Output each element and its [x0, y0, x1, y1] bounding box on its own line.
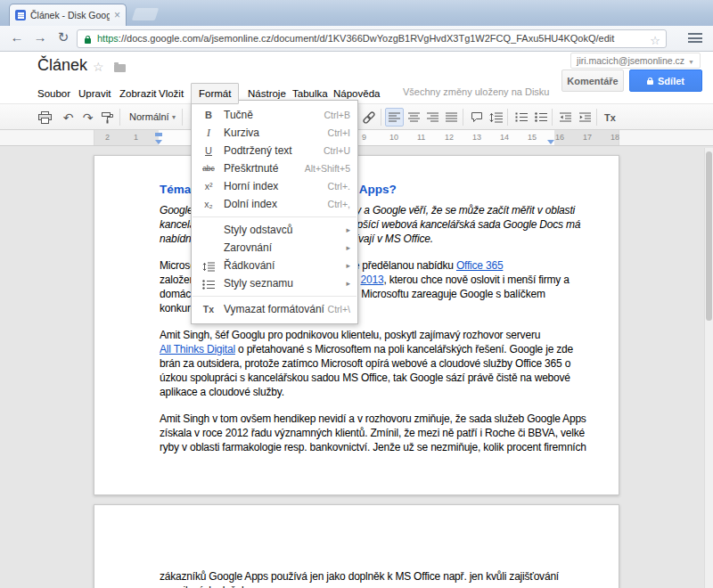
menu-item-label: Řádkování	[224, 259, 275, 272]
outdent-button[interactable]	[556, 108, 575, 127]
menu-item-format[interactable]: Formát	[191, 83, 239, 104]
menu-item-paragraph-styles[interactable]: Styly odstavců ▸	[192, 221, 357, 239]
menu-item-zobrazit[interactable]: Zobrazit	[119, 86, 157, 101]
menu-item-subscript[interactable]: x₂ Dolní index Ctrl+,	[192, 195, 357, 213]
menu-item-label: Zarovnání	[224, 241, 272, 254]
shortcut: Alt+Shift+5	[305, 159, 350, 177]
ruler-number: 14	[500, 133, 509, 142]
menu-item-napoveda[interactable]: Nápověda	[333, 86, 380, 101]
undo-button[interactable]: ↶	[59, 108, 78, 127]
paint-format-button[interactable]	[98, 108, 117, 127]
menu-item-align[interactable]: Zarovnání ▸	[192, 239, 357, 257]
indent-button[interactable]	[576, 108, 594, 127]
menu-item-superscript[interactable]: x² Horní index Ctrl+.	[192, 177, 357, 195]
browser-tab[interactable]: Článek - Disk Google ×	[9, 4, 127, 26]
styles-dropdown[interactable]: Normální ▾	[127, 109, 178, 126]
link-2013[interactable]: 2013	[361, 274, 384, 286]
menu-item-underline[interactable]: U Podtržený text Ctrl+U	[192, 142, 357, 159]
right-margin-marker[interactable]	[547, 140, 554, 144]
menu-item-upravit[interactable]: Upravit	[78, 86, 111, 101]
menu-item-label: Styly odstavců	[224, 224, 292, 236]
align-center-button[interactable]	[405, 108, 423, 127]
menu-item-nastroje[interactable]: Nástroje	[248, 86, 286, 101]
link-icon	[362, 111, 376, 124]
link-all-thinks-digital[interactable]: All Thinks Digital	[160, 343, 235, 355]
menu-item-label: Dolní index	[224, 198, 277, 210]
menu-item-clear-formatting[interactable]: Tx Vymazat formátování Ctrl+\	[192, 300, 357, 318]
clear-formatting-button[interactable]: Tx	[601, 108, 619, 127]
tab-close-icon[interactable]: ×	[114, 10, 120, 20]
folder-icon[interactable]	[114, 64, 126, 72]
text-line: úzkou spolupráci s kancelářskou sadou MS…	[160, 371, 554, 385]
shortcut: Ctrl+I	[328, 124, 350, 142]
shortcut: Ctrl+B	[324, 106, 350, 124]
align-right-button[interactable]	[423, 108, 442, 127]
numbered-list-button[interactable]	[512, 108, 530, 127]
redo-button[interactable]: ↷	[78, 108, 97, 127]
paragraph-4: Amit Singh v tom ovšem hendikep nevidí a…	[160, 412, 554, 454]
ruler-number: 2	[105, 133, 110, 142]
ruler-number: 9	[362, 133, 366, 142]
document-page-2[interactable]: zákazníků Google Apps používá jen jako d…	[94, 504, 619, 588]
doc-star-icon[interactable]: ☆	[93, 60, 104, 74]
comments-button[interactable]: Komentáře	[561, 69, 624, 92]
text-line: Amit Singh, šéf Googlu pro podnikovou kl…	[160, 328, 554, 342]
chrome-menu-icon[interactable]	[688, 33, 702, 45]
url-scheme: https	[97, 33, 119, 44]
share-button[interactable]: Sdílet	[629, 69, 702, 92]
ruler-number: 12	[445, 133, 454, 142]
tab-title: Článek - Disk Google	[30, 10, 110, 20]
menu-item-vlozit[interactable]: Vložit	[159, 86, 184, 101]
scrollbar[interactable]	[704, 148, 713, 588]
italic-icon: I	[199, 124, 218, 142]
submenu-arrow-icon: ▸	[346, 257, 350, 274]
bulleted-list-button[interactable]	[531, 108, 550, 127]
menu-item-italic[interactable]: I Kurziva Ctrl+I	[192, 124, 357, 142]
new-tab-button[interactable]	[132, 8, 160, 20]
clear-formatting-icon: Tx	[199, 300, 218, 318]
indent-marker[interactable]	[155, 133, 162, 136]
bold-icon: B	[199, 106, 218, 124]
scrollbar-thumb[interactable]	[706, 151, 712, 321]
text-line: All Thinks Digital o přetahované s Micro…	[160, 342, 554, 356]
share-lock-icon	[647, 80, 653, 85]
line-spacing-button[interactable]	[487, 108, 505, 127]
left-margin-marker[interactable]	[155, 140, 162, 144]
address-bar[interactable]: https://docs.google.com/a/jsemonline.cz/…	[77, 29, 667, 48]
menu-item-list-styles[interactable]: Styly seznamu ▸	[192, 274, 357, 292]
insert-comment-button[interactable]	[467, 108, 486, 127]
account-email: jiri.macich@jsemonline.cz	[577, 55, 684, 66]
numbered-list-icon	[515, 112, 528, 123]
align-left-button[interactable]	[385, 108, 404, 127]
menu-item-soubor[interactable]: Soubor	[37, 86, 70, 101]
browser-titlebar: Článek - Disk Google ×	[0, 0, 713, 26]
menu-item-tabulka[interactable]: Tabulka	[292, 86, 328, 101]
align-right-icon	[427, 112, 438, 122]
ruler-number: 17	[583, 133, 592, 142]
back-icon[interactable]: ←	[7, 29, 27, 45]
reload-icon[interactable]: ↻	[53, 29, 73, 45]
text-line: brán za outsidera, protože zatímco Micro…	[160, 356, 554, 371]
print-button[interactable]	[36, 108, 54, 127]
align-justify-icon	[446, 112, 457, 122]
bookmark-star-icon[interactable]: ☆	[650, 32, 660, 48]
subscript-icon: x₂	[199, 195, 218, 213]
insert-link-button[interactable]	[359, 108, 378, 127]
account-menu[interactable]: jiri.macich@jsemonline.cz▼	[570, 53, 701, 69]
text-line: e-mailových služeb.	[160, 584, 554, 588]
shortcut: Ctrl+\	[328, 300, 350, 318]
menu-item-label: Přeškrtnuté	[224, 162, 278, 175]
menu-item-strikethrough[interactable]: abc Přeškrtnuté Alt+Shift+5	[192, 159, 357, 177]
menu-item-line-spacing[interactable]: Řádkování ▸	[192, 257, 357, 274]
document-title[interactable]: Článek	[37, 56, 87, 75]
menu-item-bold[interactable]: B Tučně Ctrl+B	[192, 106, 357, 124]
align-justify-button[interactable]	[442, 108, 461, 127]
menu-item-label: Podtržený text	[224, 144, 292, 157]
link-office-365[interactable]: Office 365	[456, 259, 503, 272]
url-text: ://docs.google.com/a/jsemonline.cz/docum…	[119, 33, 614, 44]
line-spacing-icon	[199, 257, 218, 274]
shortcut: Ctrl+U	[324, 142, 350, 159]
ssl-lock-icon	[85, 38, 91, 44]
save-status: Všechny změny uloženy na Disku	[403, 86, 549, 97]
forward-icon[interactable]: →	[30, 29, 50, 45]
